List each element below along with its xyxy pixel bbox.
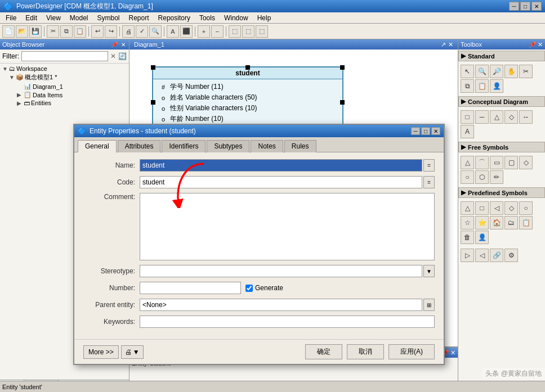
tool-p15[interactable]: 🔗: [490, 249, 503, 262]
code-input[interactable]: [140, 176, 422, 188]
tool-p2[interactable]: □: [475, 201, 489, 215]
tool-p6[interactable]: ☆: [461, 216, 474, 229]
tool-copy[interactable]: ⧉: [461, 79, 474, 93]
comment-textarea[interactable]: [140, 193, 435, 260]
tb-undo[interactable]: ↩: [91, 25, 104, 38]
tb-redo[interactable]: ↪: [105, 25, 117, 38]
name-input[interactable]: [140, 159, 422, 172]
handle-tc[interactable]: [245, 65, 250, 70]
tool-diamond[interactable]: ◇: [519, 156, 533, 169]
tb-extra1[interactable]: ⬚: [229, 25, 241, 38]
tool-relation[interactable]: ─: [475, 110, 489, 124]
parent-entity-input[interactable]: [140, 299, 422, 311]
keywords-input[interactable]: [140, 316, 435, 328]
tool-p8[interactable]: 🏠: [490, 216, 503, 229]
stereotype-input[interactable]: [140, 265, 422, 277]
stereotype-dropdown[interactable]: ▼: [423, 265, 435, 277]
dialog-maximize[interactable]: □: [421, 127, 430, 135]
dialog-close[interactable]: ✕: [431, 127, 440, 135]
tb-extra2[interactable]: ⬚: [242, 25, 254, 38]
tool-zoom-in[interactable]: 🔍: [475, 65, 489, 78]
tool-p4[interactable]: ◇: [504, 201, 518, 215]
tool-p7[interactable]: ⭐: [475, 216, 489, 229]
dialog-minimize[interactable]: ─: [411, 127, 420, 135]
tool-p9[interactable]: 🗂: [504, 216, 518, 229]
dialog-tab-attributes[interactable]: Attributes: [118, 140, 161, 152]
tool-p3[interactable]: ◁: [490, 201, 503, 215]
menu-tools[interactable]: Tools: [195, 13, 220, 23]
tree-diagram[interactable]: 📊 Diagram_1: [1, 82, 128, 91]
dialog-tab-identifiers[interactable]: Identifiers: [162, 140, 206, 152]
generate-checkbox[interactable]: [245, 285, 253, 292]
toolbox-section-standard[interactable]: ▶ Standard: [458, 51, 545, 61]
tree-workspace[interactable]: ▼ 🗂 Workspace: [1, 65, 128, 73]
tb-new[interactable]: 📄: [2, 25, 15, 38]
tree-data-items[interactable]: ▶ 📋 Data Items: [1, 91, 128, 99]
tool-pointer[interactable]: ↖: [461, 65, 474, 78]
tb-paste[interactable]: 📋: [74, 25, 86, 38]
menu-report[interactable]: Report: [124, 13, 154, 23]
menu-view[interactable]: View: [42, 13, 65, 23]
menu-symbol[interactable]: Symbol: [93, 13, 124, 23]
tool-p14[interactable]: ◁: [475, 249, 489, 262]
tb-extra3[interactable]: ⬚: [256, 25, 268, 38]
toolbox-section-free[interactable]: ▶ Free Symbols: [458, 142, 545, 152]
handle-tr[interactable]: [340, 65, 345, 70]
menu-file[interactable]: File: [1, 13, 21, 23]
tool-depend[interactable]: ◇: [504, 110, 518, 124]
tool-p1[interactable]: △: [461, 201, 474, 215]
cancel-button[interactable]: 取消: [347, 344, 384, 359]
menu-help[interactable]: Help: [253, 13, 276, 23]
maximize-button[interactable]: □: [520, 2, 530, 11]
print-button[interactable]: 🖨 ▼: [121, 345, 144, 359]
tool-ellipse[interactable]: ○: [461, 170, 474, 184]
dialog-tab-rules[interactable]: Rules: [284, 140, 316, 152]
tool-p5[interactable]: ○: [519, 201, 533, 215]
ok-button[interactable]: 确定: [305, 344, 342, 359]
handle-ml[interactable]: [151, 100, 155, 105]
menu-model[interactable]: Model: [65, 13, 93, 23]
tb-save[interactable]: 💾: [29, 25, 42, 38]
tool-zoom-out[interactable]: 🔎: [490, 65, 503, 78]
filter-refresh-icon[interactable]: 🔄: [118, 52, 127, 60]
tool-round-rect[interactable]: ▢: [504, 156, 518, 169]
tool-p10[interactable]: 📋: [519, 216, 533, 229]
toolbox-pin[interactable]: 📌: [529, 41, 537, 48]
tb-cut[interactable]: ✂: [47, 25, 59, 38]
number-input[interactable]: [140, 282, 241, 294]
tool-p16[interactable]: ⚙: [504, 249, 518, 262]
filter-clear-icon[interactable]: ✕: [110, 52, 116, 60]
entity-properties-dialog[interactable]: 🔷 Entity Properties - student (student) …: [73, 124, 445, 365]
filter-input[interactable]: [21, 51, 108, 61]
close-button[interactable]: ✕: [531, 2, 542, 11]
output-close[interactable]: ✕: [450, 349, 455, 357]
minimize-button[interactable]: ─: [509, 2, 519, 11]
tool-text[interactable]: A: [461, 125, 474, 138]
tool-paste[interactable]: 📋: [475, 79, 489, 93]
panel-pin[interactable]: 📌: [110, 42, 119, 48]
tool-entity[interactable]: □: [461, 110, 474, 124]
handle-tl[interactable]: [151, 65, 155, 70]
toolbox-close[interactable]: ✕: [538, 41, 543, 48]
handle-mr[interactable]: [340, 100, 345, 105]
tool-person[interactable]: 👤: [490, 79, 503, 93]
tb-copy[interactable]: ⧉: [60, 25, 73, 38]
tool-curve[interactable]: ⌒: [475, 156, 489, 169]
tb-print[interactable]: 🖨: [122, 25, 135, 38]
more-button[interactable]: More >>: [83, 345, 119, 359]
panel-close[interactable]: ✕: [120, 42, 127, 48]
toolbox-section-predef[interactable]: ▶ Predefined Symbols: [458, 187, 545, 198]
tool-triangle[interactable]: △: [461, 156, 474, 169]
tb-zoom-out[interactable]: −: [211, 25, 224, 38]
tool-link[interactable]: ↔: [519, 110, 533, 124]
tb-tool1[interactable]: A: [167, 25, 179, 38]
diagram-float-icon[interactable]: ↗: [441, 41, 446, 48]
tool-cut[interactable]: ✂: [519, 65, 533, 78]
tool-pen[interactable]: ✏: [490, 170, 503, 184]
tool-p11[interactable]: 🗑: [461, 231, 474, 244]
tb-search[interactable]: 🔍: [149, 25, 162, 38]
menu-repository[interactable]: Repository: [154, 13, 195, 23]
tool-hand[interactable]: ✋: [504, 65, 518, 78]
parent-browse-btn[interactable]: ⊞: [423, 299, 435, 311]
menu-window[interactable]: Window: [220, 13, 253, 23]
